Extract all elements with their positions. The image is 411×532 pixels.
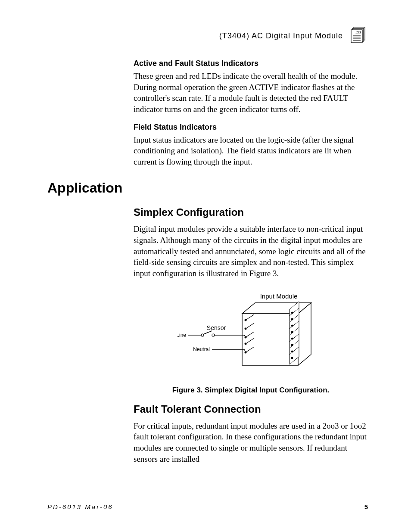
svg-text:Input Module: Input Module [260,292,298,300]
figure-3-caption: Figure 3. Simplex Digital Input Configur… [134,386,368,395]
text-field-status: Input status indicators are located on t… [134,134,368,168]
simplex-diagram-svg: Input Module [177,292,324,374]
footer-doc-id: PD-6013 Mar-06 [47,503,113,510]
content-indent: Active and Fault Status Indicators These… [134,59,368,167]
svg-point-20 [291,312,293,314]
svg-text:Line: Line [177,332,186,338]
footer-page-number: 5 [364,503,368,510]
page-footer: PD-6013 Mar-06 5 [47,503,368,510]
text-active-fault: These green and red LEDs indicate the ov… [134,71,368,115]
heading-application: Application [47,180,368,196]
svg-point-27 [291,357,293,359]
header-title: (T3404) AC Digital Input Module [219,31,343,40]
heading-simplex: Simplex Configuration [134,206,368,218]
svg-point-22 [291,325,293,327]
pd-stack-icon: PD [350,26,368,46]
heading-field-status: Field Status Indicators [134,123,368,132]
text-simplex: Digital input modules provide a suitable… [134,224,368,279]
text-fault-tolerant: For critical inputs, redundant input mod… [134,420,368,465]
svg-marker-12 [290,302,299,364]
svg-point-21 [291,318,293,320]
svg-text:Neutral: Neutral [193,346,210,352]
heading-active-fault: Active and Fault Status Indicators [134,59,368,68]
svg-marker-11 [298,303,311,365]
svg-point-43 [212,334,215,336]
page-container: (T3404) AC Digital Input Module PD Activ… [0,0,411,532]
svg-text:Sensor: Sensor [207,324,226,331]
heading-fault-tolerant: Fault Tolerant Connection [134,403,368,415]
svg-point-25 [291,344,293,346]
page-header: (T3404) AC Digital Input Module PD [47,26,368,46]
svg-point-26 [291,351,293,352]
svg-point-24 [291,338,293,339]
application-content: Simplex Configuration Digital input modu… [134,206,368,464]
svg-text:PD: PD [355,30,361,34]
svg-line-42 [203,331,212,334]
figure-3: Input Module [134,292,368,376]
svg-point-23 [291,331,293,333]
